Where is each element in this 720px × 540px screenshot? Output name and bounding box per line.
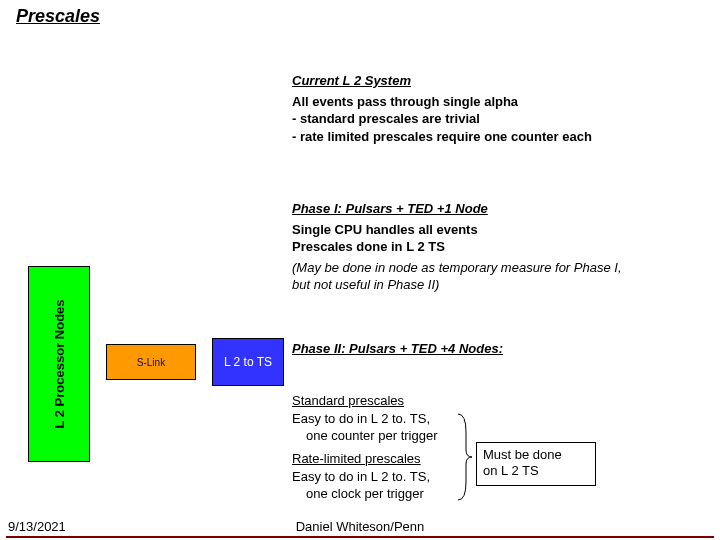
heading-phase1: Phase I: Pulsars + TED +1 Node bbox=[292, 200, 712, 218]
phase2-rate-line2: one clock per trigger bbox=[292, 485, 712, 503]
phase2-std-heading: Standard prescales bbox=[292, 392, 712, 410]
current-line1: All events pass through single alpha bbox=[292, 93, 712, 111]
footer-author: Daniel Whiteson/Penn bbox=[260, 519, 460, 534]
slink-label: S-Link bbox=[137, 357, 165, 368]
footer-rule bbox=[6, 536, 714, 538]
phase1-line1: Single CPU handles all events bbox=[292, 221, 712, 239]
section-phase2-standard: Standard prescales Easy to do in L 2 to.… bbox=[292, 392, 712, 445]
phase2-std-line1: Easy to do in L 2 to. TS, bbox=[292, 410, 712, 428]
processor-nodes-label: L 2 Processor Nodes bbox=[52, 299, 67, 428]
processor-nodes-box: L 2 Processor Nodes bbox=[28, 266, 90, 462]
slink-box: S-Link bbox=[106, 344, 196, 380]
section-phase2-heading: Phase II: Pulsars + TED +4 Nodes: bbox=[292, 340, 712, 358]
section-current: Current L 2 System All events pass throu… bbox=[292, 72, 712, 145]
section-phase1: Phase I: Pulsars + TED +1 Node Single CP… bbox=[292, 200, 712, 294]
phase1-line2: Prescales done in L 2 TS bbox=[292, 238, 712, 256]
current-line3: - rate limited prescales require one cou… bbox=[292, 128, 712, 146]
bracket-icon bbox=[456, 412, 474, 502]
current-line2: - standard prescales are trivial bbox=[292, 110, 712, 128]
footer-date: 9/13/2021 bbox=[8, 519, 66, 534]
slide-title: Prescales bbox=[16, 6, 100, 27]
phase1-note1: (May be done in node as temporary measur… bbox=[292, 259, 712, 277]
callout-line2: on L 2 TS bbox=[483, 463, 589, 479]
l2-to-ts-box: L 2 to TS bbox=[212, 338, 284, 386]
phase1-note2: but not useful in Phase II) bbox=[292, 276, 712, 294]
l2-to-ts-label: L 2 to TS bbox=[224, 355, 272, 369]
callout-box: Must be done on L 2 TS bbox=[476, 442, 596, 486]
callout-line1: Must be done bbox=[483, 447, 589, 463]
heading-current: Current L 2 System bbox=[292, 72, 712, 90]
heading-phase2: Phase II: Pulsars + TED +4 Nodes: bbox=[292, 340, 712, 358]
